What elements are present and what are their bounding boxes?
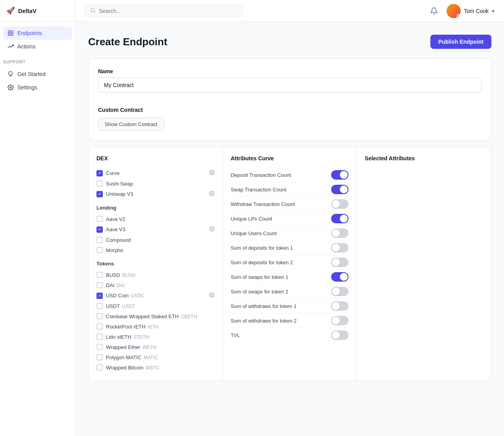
toggle-unique-users-count[interactable]: [331, 228, 348, 238]
wbtc-label[interactable]: Wrapped Bitcoin WBTC: [106, 365, 215, 371]
usdc-checkbox[interactable]: [96, 293, 103, 299]
svg-point-4: [10, 87, 11, 88]
attr-sum-swaps-token1: Sum of swaps for token 1: [231, 270, 349, 284]
toggle-sum-withdraws-token2[interactable]: [331, 316, 348, 325]
dai-checkbox[interactable]: [96, 282, 103, 288]
sushiswap-label[interactable]: Sushi Swap: [106, 181, 215, 187]
name-contract-card: Name Custom Contract Show Custom Contrac…: [88, 58, 491, 141]
curve-gear-icon[interactable]: [209, 170, 215, 176]
toggle-sum-deposits-token1[interactable]: [331, 243, 348, 252]
avatar: [447, 4, 461, 18]
name-input[interactable]: [98, 78, 482, 93]
wbtc-checkbox[interactable]: [96, 364, 103, 371]
lightbulb-icon: [7, 71, 14, 78]
toggle-sum-withdraws-token1[interactable]: [331, 301, 348, 311]
trending-icon: [7, 43, 14, 50]
search-icon: [90, 7, 96, 14]
svg-point-8: [211, 193, 213, 194]
curve-label[interactable]: Curve: [106, 170, 206, 176]
show-custom-contract-button[interactable]: Show Custom Contract: [98, 118, 164, 131]
uniswap-label[interactable]: Uniswap V3: [106, 191, 206, 197]
toggle-sum-swaps-token2[interactable]: [331, 287, 348, 296]
sidebar-item-actions[interactable]: Actions: [3, 40, 72, 53]
reth-label[interactable]: RocketPool rETH rETH: [106, 324, 215, 330]
busd-label[interactable]: BUSD BUSD: [106, 272, 215, 278]
usdc-label[interactable]: USD Coin USDC: [106, 293, 206, 299]
token-reth-item: RocketPool rETH rETH: [96, 321, 215, 332]
curve-checkbox[interactable]: [96, 170, 103, 176]
weth-checkbox[interactable]: [96, 344, 103, 350]
settings-icon: [7, 84, 14, 91]
attributes-panel: Attributes Curve Deposit Transaction Cou…: [223, 147, 357, 380]
svg-point-9: [211, 228, 213, 230]
sushiswap-checkbox[interactable]: [96, 180, 103, 187]
page-body: Create Endpoint Publish Endpoint Name Cu…: [76, 22, 504, 436]
steth-label[interactable]: Lido stETH STETH: [106, 334, 215, 340]
sidebar-item-endpoints[interactable]: Endpoints: [3, 26, 72, 40]
usdt-label[interactable]: USDT USDT: [106, 303, 215, 309]
attr-sum-withdraws-token2: Sum of withdraws for token 2: [231, 314, 349, 328]
aave-v2-label[interactable]: Aave V2: [106, 216, 215, 222]
name-label: Name: [98, 68, 482, 74]
lending-group-title: Lending: [96, 205, 215, 211]
user-menu[interactable]: Tom Cook ▾: [447, 4, 495, 18]
toggle-unique-lps-count[interactable]: [331, 214, 348, 223]
lending-aave-v2-item: Aave V2: [96, 214, 215, 224]
sidebar-item-settings[interactable]: Settings: [3, 81, 72, 94]
svg-rect-0: [8, 31, 10, 33]
toggle-deposit-tx-count[interactable]: [331, 170, 348, 180]
app-logo: 🚀 DeltaV: [0, 0, 75, 22]
header-right: Tom Cook ▾: [428, 4, 495, 18]
dex-uniswap-item: Uniswap V3: [96, 189, 215, 199]
morpho-checkbox[interactable]: [96, 247, 103, 253]
attr-sum-deposits-token2: Sum of deposits for token 2: [231, 255, 349, 270]
sidebar-item-get-started[interactable]: Get Started: [3, 67, 72, 81]
usdt-checkbox[interactable]: [96, 303, 103, 309]
steth-checkbox[interactable]: [96, 334, 103, 340]
aave-v3-gear-icon[interactable]: [209, 226, 215, 233]
token-weth-item: Wrapped Ether WETH: [96, 342, 215, 352]
dex-panel: DEX Curve Sushi Swap: [89, 147, 223, 380]
dai-label[interactable]: DAI DAI: [106, 282, 215, 288]
page-title: Create Endpoint: [88, 36, 167, 48]
lending-compound-item: Compound: [96, 235, 215, 245]
usdc-gear-icon[interactable]: [209, 292, 215, 299]
toggle-sum-swaps-token1[interactable]: [331, 272, 348, 282]
logo-emoji: 🚀: [6, 6, 15, 15]
toggle-swap-tx-count[interactable]: [331, 185, 348, 194]
sidebar-item-actions-label: Actions: [17, 43, 35, 50]
token-wbtc-item: Wrapped Bitcoin WBTC: [96, 362, 215, 373]
compound-checkbox[interactable]: [96, 237, 103, 243]
sidebar: 🚀 DeltaV Endpoints Actions Support: [0, 0, 76, 436]
toggle-tvl[interactable]: [331, 330, 348, 340]
cbeth-checkbox[interactable]: [96, 313, 103, 319]
support-label: Support: [3, 59, 72, 64]
aave-v3-checkbox[interactable]: [96, 226, 103, 233]
matic-label[interactable]: Polygon MATIC MATIC: [106, 354, 215, 360]
morpho-label[interactable]: Morpho: [106, 247, 215, 253]
weth-label[interactable]: Wrapped Ether WETH: [106, 344, 215, 350]
online-indicator: [457, 14, 461, 18]
token-cbeth-item: Coinbase Wrapped Staked ETH CBETH: [96, 311, 215, 321]
cbeth-label[interactable]: Coinbase Wrapped Staked ETH CBETH: [106, 314, 215, 319]
dex-panel-title: DEX: [96, 155, 215, 161]
aave-v2-checkbox[interactable]: [96, 216, 103, 222]
search-input[interactable]: [99, 8, 237, 14]
token-matic-item: Polygon MATIC MATIC: [96, 352, 215, 362]
notification-icon[interactable]: [428, 5, 440, 17]
compound-label[interactable]: Compound: [106, 237, 215, 243]
reth-checkbox[interactable]: [96, 323, 103, 330]
toggle-withdraw-tx-count[interactable]: [331, 199, 348, 209]
toggle-sum-deposits-token2[interactable]: [331, 258, 348, 267]
sidebar-item-settings-label: Settings: [17, 84, 37, 91]
publish-endpoint-button[interactable]: Publish Endpoint: [430, 35, 491, 49]
aave-v3-label[interactable]: Aave V3: [106, 226, 206, 232]
search-bar[interactable]: [85, 5, 243, 17]
attr-deposit-tx-count: Deposit Transaction Count: [231, 168, 349, 182]
page-header: Create Endpoint Publish Endpoint: [88, 35, 491, 49]
attr-withdraw-tx-count: Withdraw Transaction Count: [231, 197, 349, 212]
uniswap-checkbox[interactable]: [96, 191, 103, 197]
matic-checkbox[interactable]: [96, 354, 103, 360]
busd-checkbox[interactable]: [96, 272, 103, 278]
uniswap-gear-icon[interactable]: [209, 191, 215, 197]
